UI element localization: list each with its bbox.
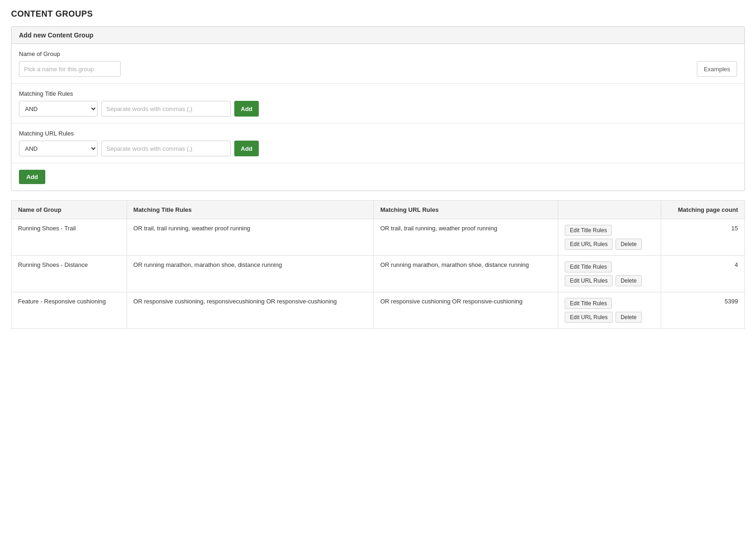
edit-title-button-1[interactable]: Edit Title Rules <box>565 261 612 272</box>
th-actions <box>558 201 661 219</box>
cell-actions-0: Edit Title Rules Edit URL Rules Delete <box>558 219 661 256</box>
page-title: CONTENT GROUPS <box>11 9 745 19</box>
url-rules-label: Matching URL Rules <box>19 130 737 137</box>
edit-title-button-0[interactable]: Edit Title Rules <box>565 225 612 236</box>
cell-name-2: Feature - Responsive cushioning <box>12 292 127 329</box>
cell-title-rules-2: OR responsive cushioning, responsivecush… <box>127 292 373 329</box>
table-row: Running Shoes - Distance OR running mara… <box>12 256 745 292</box>
th-url-rules: Matching URL Rules <box>373 201 558 219</box>
submit-section: Add <box>12 163 744 191</box>
name-section: Name of Group Examples <box>12 44 744 84</box>
delete-button-2[interactable]: Delete <box>616 312 642 323</box>
table-row: Feature - Responsive cushioning OR respo… <box>12 292 745 329</box>
action-buttons-1: Edit Title Rules Edit URL Rules Delete <box>565 261 654 286</box>
cell-title-rules-0: OR trail, trail running, weather proof r… <box>127 219 373 256</box>
action-buttons-0: Edit Title Rules Edit URL Rules Delete <box>565 225 654 250</box>
cell-count-1: 4 <box>661 256 744 292</box>
cell-actions-2: Edit Title Rules Edit URL Rules Delete <box>558 292 661 329</box>
url-rules-input[interactable] <box>101 141 231 156</box>
cell-actions-1: Edit Title Rules Edit URL Rules Delete <box>558 256 661 292</box>
title-rules-select[interactable]: AND OR <box>19 101 98 117</box>
edit-url-button-2[interactable]: Edit URL Rules <box>565 312 613 323</box>
title-rules-section: Matching Title Rules AND OR Add <box>12 84 744 123</box>
add-form-container: Add new Content Group Name of Group Exam… <box>11 26 745 191</box>
action-row-2: Edit URL Rules Delete <box>565 312 641 323</box>
url-rules-select[interactable]: AND OR <box>19 141 98 156</box>
title-rules-add-button[interactable]: Add <box>234 101 259 117</box>
cell-title-rules-1: OR running marathon, marathon shoe, dist… <box>127 256 373 292</box>
action-buttons-2: Edit Title Rules Edit URL Rules Delete <box>565 298 654 323</box>
action-row-1: Edit URL Rules Delete <box>565 275 641 286</box>
url-rules-add-button[interactable]: Add <box>234 141 259 156</box>
table-row: Running Shoes - Trail OR trail, trail ru… <box>12 219 745 256</box>
delete-button-1[interactable]: Delete <box>616 275 642 286</box>
cell-name-1: Running Shoes - Distance <box>12 256 127 292</box>
cell-url-rules-1: OR running marathon, marathon shoe, dist… <box>373 256 558 292</box>
title-rules-label: Matching Title Rules <box>19 90 737 97</box>
cell-url-rules-0: OR trail, trail running, weather proof r… <box>373 219 558 256</box>
edit-url-button-1[interactable]: Edit URL Rules <box>565 275 613 286</box>
th-title-rules: Matching Title Rules <box>127 201 373 219</box>
cell-count-0: 15 <box>661 219 744 256</box>
edit-url-button-0[interactable]: Edit URL Rules <box>565 239 613 250</box>
th-name: Name of Group <box>12 201 127 219</box>
cell-url-rules-2: OR responsive cushioning OR responsive-c… <box>373 292 558 329</box>
title-rules-input[interactable] <box>101 101 231 117</box>
table-header-row: Name of Group Matching Title Rules Match… <box>12 201 745 219</box>
cell-name-0: Running Shoes - Trail <box>12 219 127 256</box>
url-rules-section: Matching URL Rules AND OR Add <box>12 123 744 163</box>
content-groups-table: Name of Group Matching Title Rules Match… <box>11 200 745 329</box>
group-name-input[interactable] <box>19 61 121 77</box>
delete-button-0[interactable]: Delete <box>616 239 642 250</box>
cell-count-2: 5399 <box>661 292 744 329</box>
name-label: Name of Group <box>19 50 737 57</box>
add-form-header: Add new Content Group <box>12 27 744 44</box>
edit-title-button-2[interactable]: Edit Title Rules <box>565 298 612 309</box>
action-row-0: Edit URL Rules Delete <box>565 239 641 250</box>
th-count: Matching page count <box>661 201 744 219</box>
examples-button[interactable]: Examples <box>697 61 737 77</box>
submit-add-button[interactable]: Add <box>19 170 45 184</box>
